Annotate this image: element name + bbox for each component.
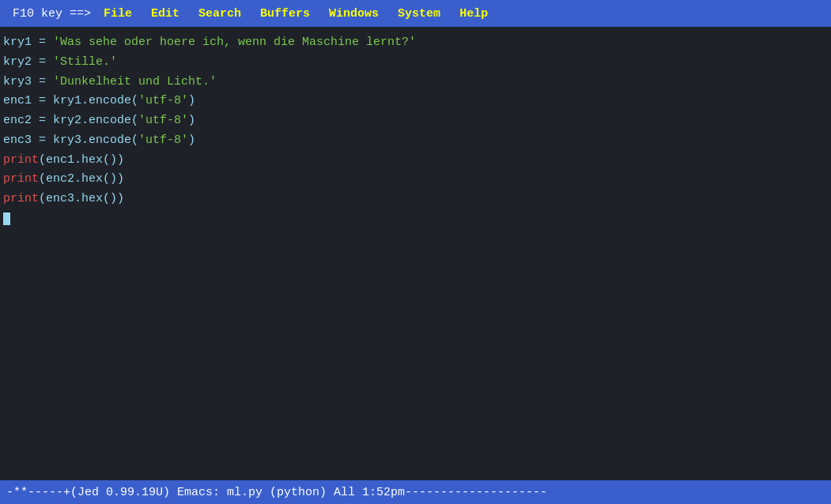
code-line-8: print(enc2.hex()) <box>3 170 831 190</box>
code-line-5: enc2 = kry2.encode('utf-8') <box>3 111 831 131</box>
menu-file[interactable]: File <box>94 2 142 25</box>
statusbar-text: -**-----+(Jed 0.99.19U) Emacs: ml.py (py… <box>0 486 553 499</box>
code-line-3: kry3 = 'Dunkelheit und Licht.' <box>3 73 831 92</box>
code-line-10 <box>3 209 831 229</box>
code-line-4: enc1 = kry1.encode('utf-8') <box>3 92 831 111</box>
code-line-7: print(enc1.hex()) <box>3 151 831 171</box>
code-line-2: kry2 = 'Stille.' <box>3 53 831 73</box>
menu-buffers[interactable]: Buffers <box>251 2 319 25</box>
editor-area: kry1 = 'Was sehe oder hoere ich, wenn di… <box>0 27 831 480</box>
menubar: F10 key ==> File Edit Search Buffers Win… <box>0 0 831 27</box>
menu-windows[interactable]: Windows <box>319 2 388 25</box>
f10-label: F10 key ==> <box>6 2 94 25</box>
cursor <box>3 213 10 225</box>
menu-help[interactable]: Help <box>450 2 497 25</box>
code-line-9: print(enc3.hex()) <box>3 190 831 209</box>
code-line-1: kry1 = 'Was sehe oder hoere ich, wenn di… <box>3 33 831 53</box>
menu-search[interactable]: Search <box>189 2 251 25</box>
menu-system[interactable]: System <box>388 2 450 25</box>
code-line-6: enc3 = kry3.encode('utf-8') <box>3 131 831 151</box>
menu-edit[interactable]: Edit <box>142 2 189 25</box>
statusbar: -**-----+(Jed 0.99.19U) Emacs: ml.py (py… <box>0 480 831 504</box>
